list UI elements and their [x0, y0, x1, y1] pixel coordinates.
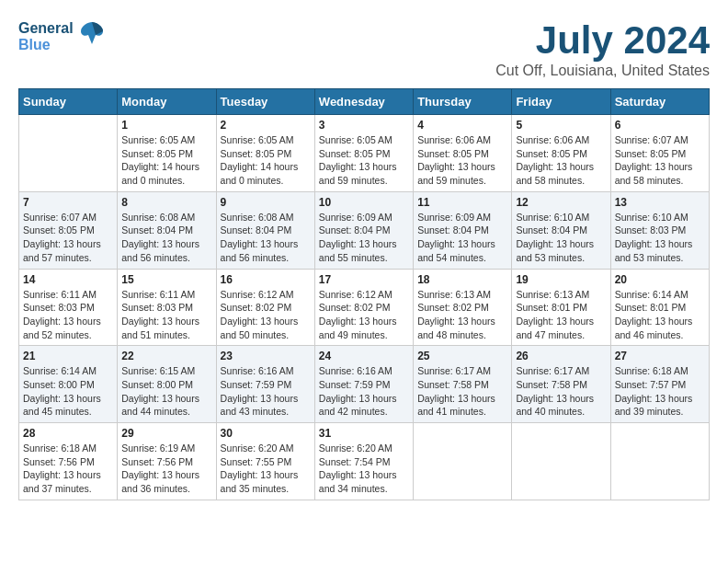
calendar-week-5: 28Sunrise: 6:18 AM Sunset: 7:56 PM Dayli… [19, 423, 710, 500]
day-info: Sunrise: 6:07 AM Sunset: 8:05 PM Dayligh… [23, 211, 113, 265]
day-info: Sunrise: 6:13 AM Sunset: 8:02 PM Dayligh… [417, 288, 507, 342]
calendar-cell: 15Sunrise: 6:11 AM Sunset: 8:03 PM Dayli… [118, 269, 216, 346]
calendar-cell: 6Sunrise: 6:07 AM Sunset: 8:05 PM Daylig… [610, 115, 709, 192]
day-number: 11 [417, 196, 507, 209]
calendar-cell: 11Sunrise: 6:09 AM Sunset: 8:04 PM Dayli… [414, 191, 512, 269]
calendar-cell: 19Sunrise: 6:13 AM Sunset: 8:01 PM Dayli… [512, 269, 610, 346]
day-number: 6 [615, 119, 705, 132]
day-number: 28 [23, 427, 113, 440]
day-number: 30 [221, 427, 311, 440]
day-number: 22 [121, 350, 211, 362]
day-info: Sunrise: 6:06 AM Sunset: 8:05 PM Dayligh… [516, 133, 606, 188]
calendar-cell [610, 423, 709, 500]
weekday-header-thursday: Thursday [414, 89, 512, 115]
day-number: 17 [319, 273, 409, 286]
day-number: 21 [23, 350, 113, 362]
calendar-week-1: 1Sunrise: 6:05 AM Sunset: 8:05 PM Daylig… [19, 115, 710, 192]
logo-text: General Blue [18, 20, 74, 52]
weekday-header-tuesday: Tuesday [216, 89, 314, 115]
day-info: Sunrise: 6:14 AM Sunset: 8:00 PM Dayligh… [23, 364, 113, 419]
calendar-cell [512, 423, 610, 500]
month-title: July 2024 [495, 18, 710, 63]
calendar-cell: 18Sunrise: 6:13 AM Sunset: 8:02 PM Dayli… [414, 269, 512, 346]
day-number: 14 [23, 273, 113, 286]
day-info: Sunrise: 6:10 AM Sunset: 8:04 PM Dayligh… [516, 211, 606, 265]
calendar-cell: 24Sunrise: 6:16 AM Sunset: 7:59 PM Dayli… [314, 346, 413, 423]
day-info: Sunrise: 6:18 AM Sunset: 7:56 PM Dayligh… [23, 442, 113, 496]
calendar-week-3: 14Sunrise: 6:11 AM Sunset: 8:03 PM Dayli… [19, 269, 710, 346]
calendar-cell: 25Sunrise: 6:17 AM Sunset: 7:58 PM Dayli… [414, 346, 512, 423]
calendar-cell: 10Sunrise: 6:09 AM Sunset: 8:04 PM Dayli… [314, 191, 413, 269]
day-number: 12 [516, 196, 606, 209]
calendar-cell: 13Sunrise: 6:10 AM Sunset: 8:03 PM Dayli… [610, 191, 709, 269]
weekday-header-sunday: Sunday [19, 89, 118, 115]
day-number: 16 [221, 273, 311, 286]
calendar-cell: 28Sunrise: 6:18 AM Sunset: 7:56 PM Dayli… [19, 423, 118, 500]
day-number: 26 [516, 350, 606, 362]
logo-icon [77, 18, 107, 54]
calendar-cell: 22Sunrise: 6:15 AM Sunset: 8:00 PM Dayli… [118, 346, 216, 423]
page-header: General Blue July 2024 Cut Off, Louisian… [18, 18, 710, 79]
logo: General Blue [18, 18, 107, 54]
day-number: 1 [121, 119, 211, 132]
day-info: Sunrise: 6:08 AM Sunset: 8:04 PM Dayligh… [121, 211, 211, 265]
calendar-cell [19, 115, 118, 192]
calendar-cell: 23Sunrise: 6:16 AM Sunset: 7:59 PM Dayli… [216, 346, 314, 423]
location: Cut Off, Louisiana, United States [495, 63, 710, 79]
day-info: Sunrise: 6:11 AM Sunset: 8:03 PM Dayligh… [23, 288, 113, 342]
calendar-cell: 3Sunrise: 6:05 AM Sunset: 8:05 PM Daylig… [314, 115, 413, 192]
day-info: Sunrise: 6:06 AM Sunset: 8:05 PM Dayligh… [417, 133, 507, 188]
calendar-cell: 9Sunrise: 6:08 AM Sunset: 8:04 PM Daylig… [216, 191, 314, 269]
day-info: Sunrise: 6:17 AM Sunset: 7:58 PM Dayligh… [516, 364, 606, 419]
calendar-cell: 8Sunrise: 6:08 AM Sunset: 8:04 PM Daylig… [118, 191, 216, 269]
day-info: Sunrise: 6:11 AM Sunset: 8:03 PM Dayligh… [121, 288, 211, 342]
day-info: Sunrise: 6:16 AM Sunset: 7:59 PM Dayligh… [221, 364, 311, 419]
day-info: Sunrise: 6:20 AM Sunset: 7:54 PM Dayligh… [319, 442, 409, 496]
day-info: Sunrise: 6:08 AM Sunset: 8:04 PM Dayligh… [221, 211, 311, 265]
day-info: Sunrise: 6:09 AM Sunset: 8:04 PM Dayligh… [319, 211, 409, 265]
day-number: 9 [221, 196, 311, 209]
day-info: Sunrise: 6:05 AM Sunset: 8:05 PM Dayligh… [221, 133, 311, 188]
day-info: Sunrise: 6:09 AM Sunset: 8:04 PM Dayligh… [417, 211, 507, 265]
calendar-cell: 7Sunrise: 6:07 AM Sunset: 8:05 PM Daylig… [19, 191, 118, 269]
calendar-cell: 21Sunrise: 6:14 AM Sunset: 8:00 PM Dayli… [19, 346, 118, 423]
calendar-cell [414, 423, 512, 500]
day-number: 23 [221, 350, 311, 362]
day-info: Sunrise: 6:12 AM Sunset: 8:02 PM Dayligh… [221, 288, 311, 342]
day-info: Sunrise: 6:20 AM Sunset: 7:55 PM Dayligh… [221, 442, 311, 496]
day-number: 13 [615, 196, 705, 209]
day-info: Sunrise: 6:18 AM Sunset: 7:57 PM Dayligh… [615, 364, 705, 419]
weekday-header-row: SundayMondayTuesdayWednesdayThursdayFrid… [19, 89, 710, 115]
calendar-cell: 27Sunrise: 6:18 AM Sunset: 7:57 PM Dayli… [610, 346, 709, 423]
calendar-cell: 1Sunrise: 6:05 AM Sunset: 8:05 PM Daylig… [118, 115, 216, 192]
calendar-cell: 30Sunrise: 6:20 AM Sunset: 7:55 PM Dayli… [216, 423, 314, 500]
calendar-cell: 5Sunrise: 6:06 AM Sunset: 8:05 PM Daylig… [512, 115, 610, 192]
calendar-cell: 26Sunrise: 6:17 AM Sunset: 7:58 PM Dayli… [512, 346, 610, 423]
day-info: Sunrise: 6:15 AM Sunset: 8:00 PM Dayligh… [121, 364, 211, 419]
title-section: July 2024 Cut Off, Louisiana, United Sta… [495, 18, 710, 79]
day-number: 27 [615, 350, 705, 362]
calendar-cell: 14Sunrise: 6:11 AM Sunset: 8:03 PM Dayli… [19, 269, 118, 346]
day-info: Sunrise: 6:05 AM Sunset: 8:05 PM Dayligh… [319, 133, 409, 188]
day-number: 25 [417, 350, 507, 362]
day-number: 5 [516, 119, 606, 132]
calendar-week-2: 7Sunrise: 6:07 AM Sunset: 8:05 PM Daylig… [19, 191, 710, 269]
calendar-week-4: 21Sunrise: 6:14 AM Sunset: 8:00 PM Dayli… [19, 346, 710, 423]
day-number: 31 [319, 427, 409, 440]
calendar-cell: 2Sunrise: 6:05 AM Sunset: 8:05 PM Daylig… [216, 115, 314, 192]
calendar-cell: 16Sunrise: 6:12 AM Sunset: 8:02 PM Dayli… [216, 269, 314, 346]
day-number: 2 [221, 119, 311, 132]
weekday-header-saturday: Saturday [610, 89, 709, 115]
day-number: 19 [516, 273, 606, 286]
day-info: Sunrise: 6:17 AM Sunset: 7:58 PM Dayligh… [417, 364, 507, 419]
day-number: 10 [319, 196, 409, 209]
weekday-header-monday: Monday [118, 89, 216, 115]
day-info: Sunrise: 6:12 AM Sunset: 8:02 PM Dayligh… [319, 288, 409, 342]
calendar-cell: 29Sunrise: 6:19 AM Sunset: 7:56 PM Dayli… [118, 423, 216, 500]
day-number: 8 [121, 196, 211, 209]
day-number: 4 [417, 119, 507, 132]
day-number: 18 [417, 273, 507, 286]
calendar-cell: 31Sunrise: 6:20 AM Sunset: 7:54 PM Dayli… [314, 423, 413, 500]
day-number: 20 [615, 273, 705, 286]
calendar-cell: 17Sunrise: 6:12 AM Sunset: 8:02 PM Dayli… [314, 269, 413, 346]
